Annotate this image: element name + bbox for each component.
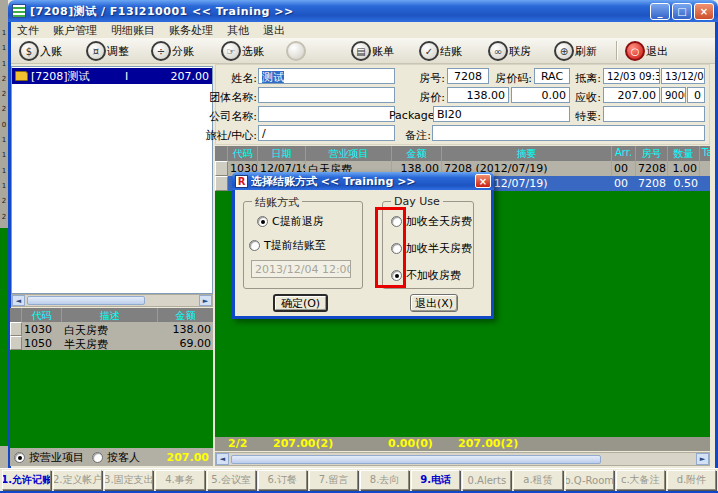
rate-label: 房价: <box>419 90 445 105</box>
row-selector[interactable] <box>10 336 22 350</box>
tab-q-room[interactable]: b.Q-Room <box>565 470 614 490</box>
cell-qty: 0.50 <box>668 176 700 191</box>
adjust-button[interactable]: ¤ 调整 <box>86 40 129 62</box>
due-extra-input[interactable]: 0 <box>687 87 705 103</box>
guest-amount: 207.00 <box>165 70 209 83</box>
remark-input[interactable] <box>432 125 705 141</box>
radio-settle-until[interactable] <box>249 240 260 251</box>
agent-input[interactable]: / <box>258 125 395 141</box>
menu-account-mgmt[interactable]: 账户管理 <box>53 23 97 38</box>
ok-button[interactable]: 确定(O) <box>273 294 328 312</box>
scroll-right-icon[interactable]: ► <box>696 453 709 465</box>
menu-exit[interactable]: 退出 <box>263 23 285 38</box>
due-input[interactable]: 207.00 <box>603 87 660 103</box>
departure-input[interactable]: 13/12/04 <box>661 68 705 84</box>
room-input[interactable]: 7208 <box>447 68 489 84</box>
charges-scrollbar[interactable]: ◄ ► <box>215 452 710 466</box>
tab-big-note[interactable]: c.大备注 <box>616 470 665 490</box>
col-date[interactable]: 日期 <box>258 146 306 161</box>
option-settle-until[interactable]: T提前结账至 <box>249 238 326 253</box>
due-code-input[interactable]: 9000 <box>661 87 686 103</box>
radio-by-item[interactable] <box>14 452 25 463</box>
tab-phone[interactable]: 9.电话 <box>411 470 460 490</box>
split-button[interactable]: ÷ 分账 <box>151 40 194 62</box>
col-desc[interactable]: 描述 <box>62 308 158 322</box>
tab-meeting-room[interactable]: 5.会议室 <box>207 470 256 490</box>
col-amount[interactable]: 金额 <box>392 146 442 161</box>
arrdep-label: 抵离: <box>575 71 601 86</box>
summary-row[interactable]: 1030 白天房费 138.00 <box>10 322 213 336</box>
scroll-right-icon[interactable]: ► <box>199 295 212 306</box>
tab-define-account[interactable]: 2.定义帐户 <box>53 470 102 490</box>
guest-list-item[interactable]: [7208]测试 I 207.00 <box>12 68 212 84</box>
checkout-button[interactable]: ✓ 结账 <box>419 40 462 62</box>
rate-extra-input[interactable]: 0.00 <box>511 87 570 103</box>
col-code[interactable]: 代码 <box>22 308 62 322</box>
charges-header-row: 代码 日期 营业项目 金额 摘要 Arr. 房号 数量 Tag <box>215 146 710 161</box>
tab-transactions[interactable]: 4.事务 <box>155 470 204 490</box>
charges-status-bar: 2/2 207.00(2) 0.00(0) 207.00(2) <box>215 437 710 451</box>
close-button[interactable]: × <box>694 3 714 20</box>
tab-alerts[interactable]: 0.Alerts <box>462 470 511 490</box>
tab-meal-order[interactable]: 6.订餐 <box>258 470 307 490</box>
scroll-left-icon[interactable]: ◄ <box>216 453 229 465</box>
scrollbar-thumb[interactable] <box>231 455 601 464</box>
tab-allow-posting[interactable]: 1.允许记账 <box>2 470 51 490</box>
name-input[interactable]: 测试 <box>258 68 395 84</box>
radio-by-guest[interactable] <box>92 452 103 463</box>
col-tag[interactable]: Tag <box>700 146 710 161</box>
row-selector[interactable] <box>10 322 22 336</box>
menu-detail-entries[interactable]: 明细账目 <box>111 23 155 38</box>
maximize-button[interactable]: □ <box>672 3 692 20</box>
link-room-button[interactable]: ∞ 联房 <box>488 40 531 62</box>
col-amount[interactable]: 金额 <box>158 308 213 322</box>
bill-button[interactable]: ▤ 账单 <box>351 40 394 62</box>
col-summary[interactable]: 摘要 <box>442 146 612 161</box>
row-selector[interactable] <box>215 161 228 176</box>
guest-list-scrollbar[interactable]: ◄ ► <box>11 294 213 307</box>
tab-fixed-charges[interactable]: 3.固定支出 <box>104 470 153 490</box>
col-code[interactable]: 代码 <box>228 146 258 161</box>
special-label: 特要: <box>575 109 601 124</box>
scroll-left-icon[interactable]: ◄ <box>12 295 25 306</box>
guest-list-panel[interactable] <box>11 66 213 294</box>
post-charge-button[interactable]: $ 入账 <box>19 40 62 62</box>
row-selector[interactable] <box>215 176 228 191</box>
menu-file[interactable]: 文件 <box>17 23 39 38</box>
dialog-close-button[interactable]: × <box>475 174 491 188</box>
company-label: 公司名称: <box>209 109 257 124</box>
arrival-input[interactable]: 12/03 09:36 <box>603 68 660 84</box>
title-bar: [7208]测试 / F13I210001 << Training >> _ □… <box>8 0 718 22</box>
col-item[interactable]: 营业项目 <box>306 146 392 161</box>
bill-label: 账单 <box>372 44 394 59</box>
rate-input[interactable]: 138.00 <box>447 87 509 103</box>
cell-tag <box>700 161 710 176</box>
menu-account-process[interactable]: 账务处理 <box>169 23 213 38</box>
menu-other[interactable]: 其他 <box>227 23 249 38</box>
col-qty[interactable]: 数量 <box>668 146 700 161</box>
option-early-checkout[interactable]: C提前退房 <box>257 214 324 229</box>
tab-rental[interactable]: a.租赁 <box>513 470 562 490</box>
company-input[interactable] <box>258 106 395 122</box>
packages-input[interactable]: BI20 <box>433 106 570 122</box>
select-entries-button[interactable]: ☞ 选账 <box>221 40 264 62</box>
exit-button[interactable]: ○ 退出 <box>625 40 668 62</box>
refresh-button[interactable]: ⊕ 刷新 <box>554 40 597 62</box>
bottom-tab-bar: 1.允许记账 2.定义帐户 3.固定支出 4.事务 5.会议室 6.订餐 7.留… <box>0 468 718 491</box>
group-input[interactable] <box>258 87 395 103</box>
scrollbar-thumb[interactable] <box>27 296 145 305</box>
radio-early-checkout[interactable] <box>257 216 268 227</box>
tab-attachment[interactable]: d.附件 <box>667 470 716 490</box>
background-green-area <box>0 228 8 446</box>
col-room[interactable]: 房号 <box>636 146 668 161</box>
col-arr[interactable]: Arr. <box>612 146 636 161</box>
minimize-button[interactable]: _ <box>650 3 670 20</box>
special-input[interactable] <box>603 106 705 122</box>
tab-messages[interactable]: 7.留言 <box>309 470 358 490</box>
name-label: 姓名: <box>231 71 257 86</box>
dialog-exit-button[interactable]: 退出(X) <box>410 294 458 312</box>
summary-row[interactable]: 1050 半天房费 69.00 <box>10 336 213 350</box>
ratecode-input[interactable]: RAC <box>534 68 570 84</box>
full-day-label: 加收全天房费 <box>406 214 472 229</box>
tab-whereabouts[interactable]: 8.去向 <box>360 470 409 490</box>
